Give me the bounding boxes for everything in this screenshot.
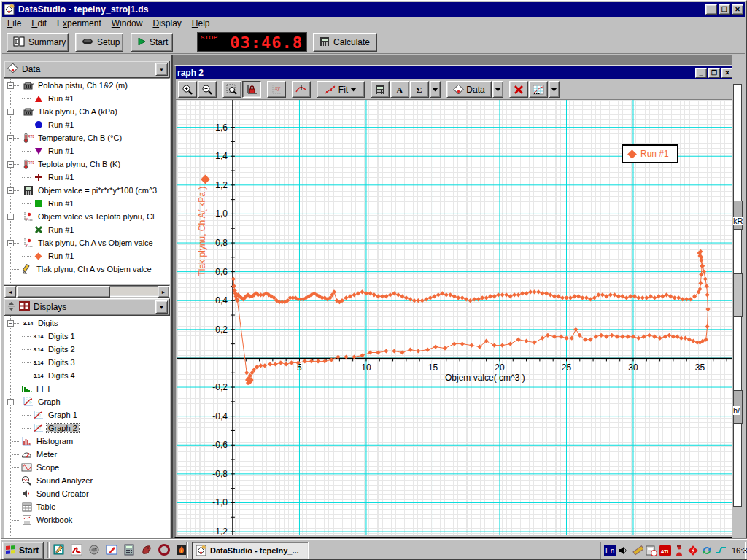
display-item-fft[interactable]: FFT <box>4 382 169 395</box>
dragon-app-icon[interactable] <box>141 543 153 556</box>
keyboard-layout-en-icon[interactable]: En <box>604 545 616 556</box>
data-tree-item[interactable]: −Tlak plynu, Ch A (kPa) <box>4 105 169 118</box>
collapse-icon[interactable]: − <box>7 135 14 141</box>
red-figure-icon[interactable] <box>673 545 685 556</box>
speaker-icon[interactable] <box>618 545 630 556</box>
pen-app-icon[interactable] <box>106 543 118 556</box>
display-item-graph-2[interactable]: Graph 2 <box>4 421 169 435</box>
collapse-icon[interactable]: − <box>7 399 14 405</box>
settings-arrow-button[interactable] <box>549 81 560 98</box>
ati-icon[interactable]: ATI <box>659 545 671 556</box>
xy-tool-button[interactable]: xy <box>267 81 286 98</box>
data-tree-item[interactable]: −Objem valce = pi*r*r*y*100 (cm^3 <box>4 184 169 197</box>
display-item-digits-4[interactable]: 3.14Digits 4 <box>4 369 169 382</box>
collapse-icon[interactable]: − <box>7 320 14 327</box>
run-item[interactable]: Run #1 <box>4 249 169 262</box>
displays-panel-header[interactable]: Displays ▼ <box>4 298 170 316</box>
zoom-in-button[interactable] <box>178 81 197 98</box>
display-item-sound-analyzer[interactable]: Sound Analyzer <box>4 474 169 487</box>
display-item-scope[interactable]: Scope <box>4 461 169 474</box>
opera-icon[interactable] <box>158 543 171 556</box>
data-panel-header[interactable]: Data ▼ <box>4 61 170 78</box>
summary-button[interactable]: Summary <box>7 33 69 52</box>
run-item[interactable]: Run #1 <box>4 197 169 210</box>
display-item-sound-creator[interactable]: Sound Creator <box>4 487 169 500</box>
zoom-out-button[interactable] <box>198 81 217 98</box>
data-tree-item[interactable]: −RTDTeplota plynu, Ch B (K) <box>4 158 169 171</box>
run-item[interactable]: Run #1 <box>4 118 169 131</box>
collapse-icon[interactable]: − <box>7 187 14 194</box>
scale-lock-button[interactable] <box>242 81 261 98</box>
display-item-digits[interactable]: −3.14Digits <box>4 316 169 330</box>
display-item-histogram[interactable]: Histogram <box>4 435 169 448</box>
display-item-graph-1[interactable]: Graph 1 <box>4 408 169 421</box>
setup-button[interactable]: Setup <box>75 33 123 52</box>
menu-help[interactable]: Help <box>187 18 215 29</box>
collapse-icon[interactable]: − <box>7 82 14 89</box>
splitter-icon[interactable] <box>7 301 15 314</box>
marker-icon[interactable] <box>632 545 643 556</box>
display-item-workbook[interactable]: Workbook <box>4 513 169 526</box>
plot-area[interactable]: 51015202530351,61,41,21,00,80,60,40,2-0,… <box>177 100 733 535</box>
scrollbar-thumb[interactable] <box>17 286 110 298</box>
display-item-meter[interactable]: Meter <box>4 448 169 461</box>
task-button-datastudio[interactable]: DataStudio - tepelny_... <box>192 542 309 559</box>
graph-maximize-button[interactable]: ❐ <box>708 68 720 78</box>
display-item-graph[interactable]: −Graph <box>4 395 169 408</box>
legend[interactable]: Run #1 <box>622 144 678 163</box>
collapse-icon[interactable]: − <box>7 240 14 246</box>
calculate-button[interactable]: Calculate <box>313 33 377 52</box>
data-arrow-button[interactable] <box>492 81 503 98</box>
scroll-right-icon[interactable]: ► <box>158 286 169 298</box>
sync-arrows-icon[interactable] <box>701 545 713 556</box>
displays-header-dropdown[interactable]: ▼ <box>155 300 168 314</box>
collapse-icon[interactable]: − <box>7 109 14 115</box>
fit-menu-button[interactable]: Fit <box>317 81 365 98</box>
menu-edit[interactable]: Edit <box>26 18 52 29</box>
menu-experiment[interactable]: Experiment <box>52 18 107 29</box>
graph-window-titlebar[interactable]: raph 2 _ ❐ ✕ <box>176 66 735 79</box>
start-menu-button[interactable]: Start <box>2 542 44 559</box>
scheduler-icon[interactable] <box>646 545 657 556</box>
wave-icon[interactable] <box>715 545 727 556</box>
text-tool-button[interactable]: A <box>390 81 409 98</box>
display-item-digits-2[interactable]: 3.14Digits 2 <box>4 343 169 356</box>
run-item[interactable]: Run #1 <box>4 144 169 158</box>
menu-window[interactable]: Window <box>107 18 148 29</box>
data-tree-hscrollbar[interactable]: ◄ ► <box>4 285 170 297</box>
statistics-arrow-button[interactable] <box>430 81 441 98</box>
collapse-icon[interactable]: − <box>7 214 14 220</box>
acrobat-icon[interactable] <box>71 543 83 556</box>
display-item-digits-3[interactable]: 3.14Digits 3 <box>4 356 169 369</box>
statistics-button[interactable]: Σ <box>410 81 429 98</box>
display-item-digits-1[interactable]: 3.14Digits 1 <box>4 330 169 343</box>
menu-file[interactable]: File <box>2 18 26 29</box>
data-tree-item[interactable]: −RTDTemperature, Ch B (°C) <box>4 131 169 144</box>
graph-settings-button[interactable] <box>529 81 548 98</box>
restore-button[interactable]: ❐ <box>719 4 730 15</box>
start-button[interactable]: Start <box>131 33 173 52</box>
data-tree-item[interactable]: −xObjem valce vs Teplota plynu, Cl <box>4 210 169 223</box>
collapse-icon[interactable]: − <box>7 161 14 168</box>
run-item[interactable]: Run #1 <box>4 92 169 105</box>
bird-app-icon[interactable] <box>88 543 101 556</box>
smart-tool-button[interactable] <box>292 81 311 98</box>
minimize-button[interactable]: _ <box>705 4 717 15</box>
data-header-dropdown[interactable]: ▼ <box>155 63 168 76</box>
display-item-table[interactable]: Table <box>4 500 169 513</box>
close-button[interactable]: ✕ <box>732 4 743 15</box>
data-tree-item[interactable]: Tlak plynu, Ch A vs Objem valce <box>4 262 169 276</box>
data-tree-item[interactable]: −Poloha pistu, Ch 1&2 (m) <box>4 79 169 92</box>
data-menu-button[interactable]: Data <box>446 81 492 98</box>
zoom-select-button[interactable] <box>222 81 241 98</box>
datastudio-quick-icon[interactable] <box>53 543 66 556</box>
calculator-button[interactable] <box>371 81 390 98</box>
data-tree-item[interactable]: −xTlak plynu, Ch A vs Objem valce <box>4 236 169 249</box>
graph-minimize-button[interactable]: _ <box>695 68 707 78</box>
scroll-left-icon[interactable]: ◄ <box>4 286 16 298</box>
alert-diamond-icon[interactable] <box>687 545 699 556</box>
run-item[interactable]: Run #1 <box>4 223 169 236</box>
calculator-app-icon[interactable] <box>123 543 136 556</box>
menu-display[interactable]: Display <box>147 18 186 29</box>
run-item[interactable]: Run #1 <box>4 171 169 184</box>
